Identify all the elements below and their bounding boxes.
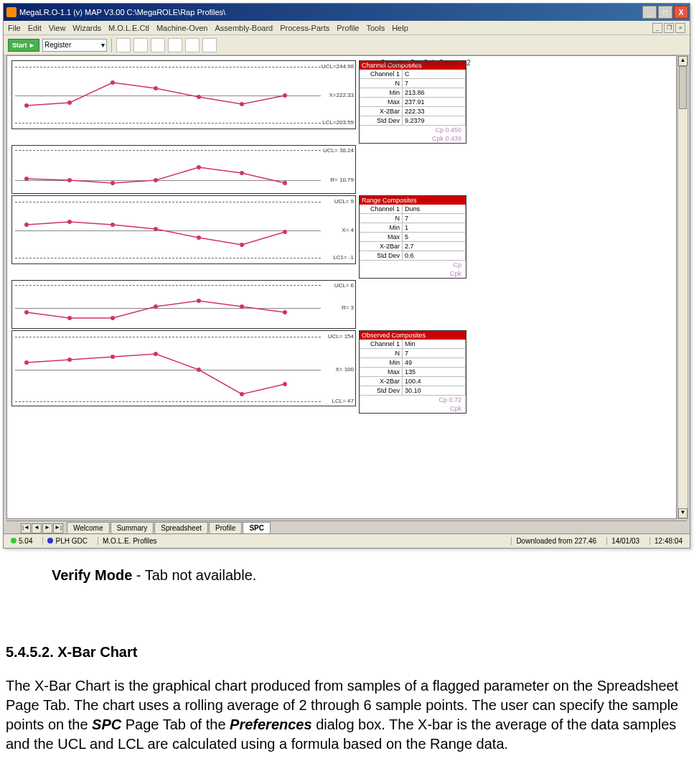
stats-chan: Channel 1 (360, 340, 403, 348)
svg-point-24 (154, 304, 158, 309)
svg-point-18 (197, 235, 201, 240)
statusbar: 5.04 PLH GDC M.O.L.E. Profiles Downloade… (4, 533, 690, 548)
section-heading: 5.4.5.2. X-Bar Chart (6, 643, 693, 662)
ucl-label: UCL= 9 (334, 198, 354, 205)
svg-point-19 (240, 243, 244, 247)
titlebar: MegaLR.O-1.1 (v) MAP V3.00 C:\MegaROLE\R… (4, 4, 690, 21)
scroll-thumb[interactable] (679, 66, 687, 109)
vertical-scrollbar[interactable]: ▲ ▼ (677, 55, 688, 519)
doc-minimize-button[interactable]: _ (652, 23, 662, 33)
svg-point-16 (111, 223, 115, 227)
stats-cp: Cp (360, 261, 466, 269)
status-seg-2: PLH GDC (42, 537, 91, 545)
lcl-label: LC1= -1 (333, 254, 354, 261)
svg-point-6 (283, 93, 287, 98)
close-button[interactable]: X (674, 6, 688, 19)
tab-nav-prev[interactable]: ◄ (32, 523, 42, 533)
menu-wizards[interactable]: Wizards (72, 24, 101, 32)
stats-min: 49 (403, 358, 466, 367)
stats-max: 5 (403, 233, 466, 241)
tab-spreadsheet[interactable]: Spreadsheet (154, 522, 208, 533)
menubar: File Edit View Wizards M.O.L.E.Ctl Machi… (4, 21, 690, 35)
menu-help[interactable]: Help (392, 24, 408, 32)
samples-header: Samples Per Sub-Group = 2 (380, 59, 471, 67)
svg-point-0 (24, 103, 29, 108)
menu-view[interactable]: View (49, 24, 66, 32)
menu-file[interactable]: File (8, 24, 21, 32)
stats-min: 1 (403, 223, 466, 232)
svg-point-31 (154, 352, 158, 356)
ucl-label: UCL= 154 (328, 333, 354, 340)
toolbar-icon-6[interactable] (202, 38, 217, 52)
led-green-icon (11, 538, 17, 543)
doc-restore-button[interactable]: ❐ (664, 23, 674, 33)
stats-chanval: Duns (403, 205, 466, 213)
svg-point-32 (197, 368, 201, 372)
content-area: Samples Per Sub-Group = 2 UCL=244.98 X=2… (6, 55, 677, 519)
svg-point-8 (67, 178, 72, 182)
maximize-button[interactable]: □ (658, 6, 672, 19)
tab-nav-first[interactable]: |◄ (21, 523, 31, 533)
menu-assembly-board[interactable]: Assembly-Board (215, 24, 273, 32)
tab-profile[interactable]: Profile (209, 522, 242, 533)
tab-spc[interactable]: SPC (243, 522, 271, 533)
chevron-down-icon: ▾ (101, 41, 105, 49)
ucl-label: UCL=244.98 (322, 63, 354, 70)
menu-process-parts[interactable]: Process-Parts (280, 24, 329, 32)
stats-xbar-label: X-2Bar (360, 107, 403, 116)
chart-plot-5 (12, 331, 321, 407)
chart-plot-2 (12, 146, 321, 195)
svg-point-15 (67, 220, 72, 224)
lcl-label: LCL=203.59 (322, 119, 354, 126)
start-button[interactable]: Start ► (8, 39, 39, 52)
stats-box-1: Channel Composites Channel 1C N7 Min213.… (359, 60, 466, 144)
xbar-chart-1: UCL=244.98 X=222.33 LCL=203.59 (11, 60, 356, 129)
svg-point-3 (154, 86, 158, 90)
toolbar-icon-1[interactable] (116, 38, 131, 52)
svg-point-11 (197, 165, 201, 169)
svg-point-12 (240, 171, 244, 175)
svg-point-27 (283, 310, 287, 314)
toolbar: Start ► Register ▾ (4, 35, 690, 55)
stats-header: Range Composites (360, 196, 466, 205)
menu-tools[interactable]: Tools (366, 24, 385, 32)
toolbar-icon-5[interactable] (185, 38, 200, 52)
stats-cp: Cp 0.450 (360, 126, 466, 134)
stats-n-label: N (360, 214, 403, 223)
center-label: X= 100 (335, 366, 354, 373)
stats-chan: Channel 1 (360, 70, 403, 78)
mode-dropdown[interactable]: Register ▾ (42, 39, 107, 52)
document-body: Verify Mode - Tab not available. 5.4.5.2… (0, 551, 699, 760)
tab-welcome[interactable]: Welcome (67, 522, 110, 533)
tab-summary[interactable]: Summary (111, 522, 154, 533)
toolbar-icon-4[interactable] (168, 38, 182, 52)
chart-plot-4 (12, 281, 321, 330)
chart-plot-1 (12, 61, 321, 130)
scroll-up-icon[interactable]: ▲ (678, 56, 688, 66)
chart-plot-3 (12, 196, 321, 265)
p1c: Page Tab of the (121, 717, 230, 732)
stats-chanval: Min (403, 340, 466, 348)
svg-point-4 (197, 95, 201, 99)
toolbar-icon-2[interactable] (133, 38, 148, 52)
menu-molectl[interactable]: M.O.L.E.Ctl (108, 24, 149, 32)
stats-std: 9.2379 (403, 116, 466, 125)
svg-point-30 (111, 355, 115, 359)
toolbar-icon-3[interactable] (151, 38, 165, 52)
menu-machine-oven[interactable]: Machine-Oven (156, 24, 208, 32)
scroll-down-icon[interactable]: ▼ (678, 508, 688, 518)
stats-xbar: 222.33 (403, 107, 466, 116)
tab-nav-last[interactable]: ►| (53, 523, 63, 533)
menu-profile[interactable]: Profile (337, 24, 359, 32)
menu-edit[interactable]: Edit (28, 24, 42, 32)
svg-point-21 (24, 310, 29, 314)
stats-xbar: 2.7 (403, 242, 466, 251)
svg-point-10 (154, 178, 158, 182)
tab-nav-next[interactable]: ► (42, 523, 52, 533)
minimize-button[interactable]: _ (642, 6, 657, 19)
svg-point-2 (111, 80, 115, 85)
svg-point-34 (283, 382, 287, 386)
stats-chanval: C (403, 70, 466, 78)
verify-mode-bold: Verify Mode (52, 567, 132, 583)
doc-close-button[interactable]: × (675, 23, 685, 33)
